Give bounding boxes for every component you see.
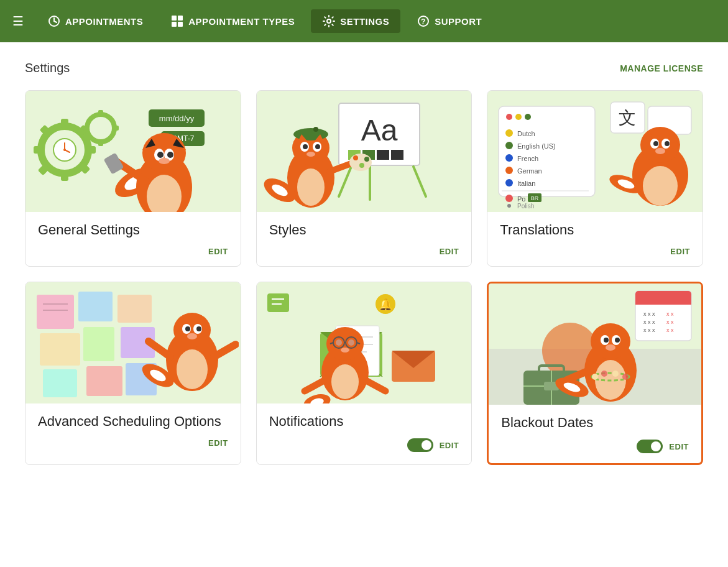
general-settings-edit[interactable]: EDIT <box>208 247 228 256</box>
svg-rect-5 <box>172 22 177 27</box>
svg-rect-124 <box>83 327 114 361</box>
card-styles-image: Aa <box>257 91 472 212</box>
svg-point-85 <box>525 114 531 120</box>
main-content: Settings MANAGE LICENSE <box>0 42 728 567</box>
svg-point-76 <box>353 155 358 160</box>
translations-edit[interactable]: EDIT <box>670 247 690 256</box>
blackout-dates-edit[interactable]: EDIT <box>669 442 689 451</box>
svg-text:🔔: 🔔 <box>379 298 393 311</box>
card-blackout-dates-footer: EDIT <box>501 440 689 453</box>
svg-text:mm/dd/yy: mm/dd/yy <box>159 114 195 123</box>
svg-point-92 <box>505 167 513 174</box>
svg-point-78 <box>364 157 369 162</box>
svg-rect-57 <box>391 150 403 160</box>
svg-point-117 <box>655 148 665 154</box>
notifications-toggle[interactable] <box>407 438 433 452</box>
svg-rect-121 <box>37 295 74 329</box>
svg-point-84 <box>515 114 522 120</box>
svg-rect-128 <box>86 366 122 396</box>
svg-point-83 <box>506 114 512 120</box>
appointments-icon <box>47 14 61 28</box>
svg-point-39 <box>142 133 186 173</box>
notifications-illustration: 🔔 <box>258 282 469 403</box>
card-translations-title: Translations <box>500 222 690 238</box>
svg-point-73 <box>306 152 315 157</box>
manage-license-link[interactable]: MANAGE LICENSE <box>620 63 703 73</box>
card-general-settings-image: mm/dd/yy GMT-7 <box>25 91 241 212</box>
settings-icon <box>322 14 336 28</box>
card-advanced-scheduling-body: Advanced Scheduling Options EDIT <box>25 403 241 458</box>
page-title: Settings <box>25 61 70 75</box>
svg-point-203 <box>604 338 609 343</box>
card-advanced-scheduling-title: Advanced Scheduling Options <box>38 413 228 430</box>
svg-point-94 <box>505 179 513 187</box>
hamburger-icon[interactable]: ☰ <box>12 15 24 27</box>
card-advanced-scheduling-image <box>25 282 241 403</box>
svg-point-7 <box>327 19 331 23</box>
svg-text:x x x: x x x <box>643 327 655 333</box>
card-notifications-image: 🔔 <box>257 282 472 403</box>
svg-point-173 <box>348 339 354 346</box>
blackout-dates-toggle[interactable] <box>637 440 663 453</box>
svg-rect-30 <box>83 126 89 131</box>
svg-line-2 <box>54 21 57 22</box>
svg-point-71 <box>303 144 308 149</box>
nav-support[interactable]: ? SUPPORT <box>405 9 493 33</box>
svg-rect-27 <box>98 110 103 116</box>
nav-settings[interactable]: SETTINGS <box>311 9 400 33</box>
card-styles[interactable]: Aa <box>256 90 472 267</box>
svg-rect-4 <box>178 16 183 21</box>
card-styles-body: Styles EDIT <box>257 212 472 266</box>
svg-point-86 <box>505 129 513 137</box>
card-blackout-dates-image: x x x x x x x x x x x x x x x <box>489 284 701 405</box>
svg-point-24 <box>63 149 66 151</box>
svg-rect-56 <box>377 150 389 160</box>
nav-support-label: SUPPORT <box>435 16 482 27</box>
svg-text:x x: x x <box>666 327 674 333</box>
svg-point-102 <box>507 204 511 208</box>
svg-point-26 <box>94 122 107 134</box>
cards-grid: mm/dd/yy GMT-7 <box>25 90 703 465</box>
card-advanced-scheduling[interactable]: Advanced Scheduling Options EDIT <box>25 282 241 465</box>
card-styles-footer: EDIT <box>269 247 459 256</box>
card-notifications[interactable]: 🔔 <box>256 282 472 465</box>
svg-point-209 <box>612 371 619 377</box>
svg-rect-122 <box>78 292 113 321</box>
svg-text:x x x: x x x <box>643 319 655 325</box>
svg-text:BR: BR <box>531 195 539 201</box>
card-blackout-dates-title: Blackout Dates <box>501 415 689 431</box>
card-general-settings[interactable]: mm/dd/yy GMT-7 <box>25 90 241 267</box>
svg-text:x x: x x <box>666 311 674 317</box>
styles-edit[interactable]: EDIT <box>440 247 459 256</box>
svg-rect-82 <box>499 106 595 196</box>
svg-point-110 <box>640 127 680 163</box>
svg-text:English (US): English (US) <box>517 142 556 150</box>
card-notifications-body: Notifications EDIT <box>257 403 472 462</box>
blackout-dates-illustration: x x x x x x x x x x x x x x x <box>489 284 701 405</box>
card-notifications-title: Notifications <box>269 413 459 430</box>
svg-rect-15 <box>86 146 96 154</box>
card-notifications-footer: EDIT <box>269 438 459 452</box>
card-blackout-dates[interactable]: x x x x x x x x x x x x x x x <box>487 282 703 465</box>
svg-text:German: German <box>517 167 542 175</box>
svg-point-164 <box>326 327 364 361</box>
svg-point-115 <box>653 141 658 146</box>
main-nav: ☰ APPOINTMENTS APPOINTMENT TYPES <box>0 0 728 42</box>
card-blackout-dates-body: Blackout Dates EDIT <box>489 405 701 463</box>
styles-illustration: Aa <box>258 91 469 212</box>
svg-point-205 <box>606 344 615 351</box>
card-translations-body: Translations EDIT <box>487 212 703 266</box>
svg-text:x x x: x x x <box>643 311 655 317</box>
card-advanced-scheduling-footer: EDIT <box>38 438 228 448</box>
notifications-edit[interactable]: EDIT <box>440 441 459 450</box>
nav-appointments[interactable]: APPOINTMENTS <box>36 9 154 33</box>
advanced-scheduling-edit[interactable]: EDIT <box>208 438 228 448</box>
nav-settings-label: SETTINGS <box>340 16 389 27</box>
nav-appointment-types-label: APPOINTMENT TYPES <box>188 16 295 27</box>
svg-point-98 <box>505 195 513 202</box>
nav-appointment-types[interactable]: APPOINTMENT TYPES <box>159 9 306 33</box>
card-translations[interactable]: Dutch English (US) French German Italian… <box>487 90 703 267</box>
svg-point-48 <box>159 158 170 164</box>
svg-point-134 <box>173 313 211 348</box>
general-settings-illustration: mm/dd/yy GMT-7 <box>27 91 239 212</box>
